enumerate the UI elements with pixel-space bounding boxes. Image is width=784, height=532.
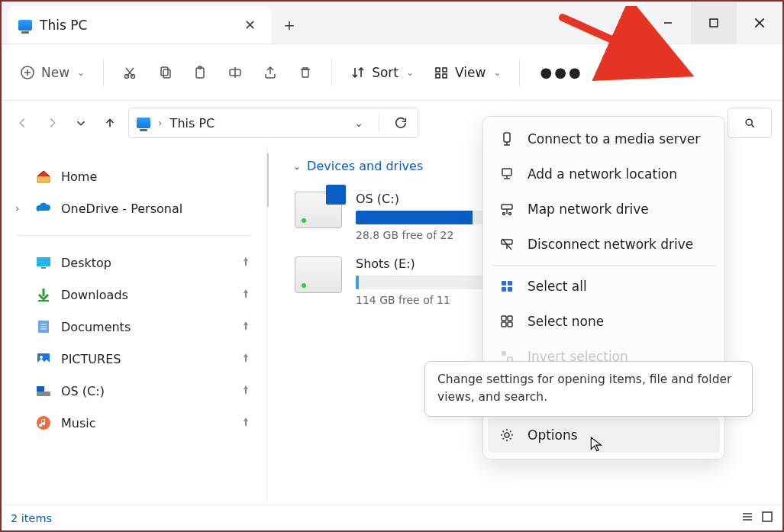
icons-view-button[interactable] (761, 511, 773, 525)
menu-label: Connect to a media server (528, 131, 700, 147)
svg-rect-17 (302, 69, 308, 77)
sort-button[interactable]: Sort ⌄ (343, 59, 421, 86)
desktop-icon (35, 254, 52, 271)
svg-rect-53 (508, 287, 512, 292)
menu-item-add-network-location[interactable]: Add a network location (483, 156, 724, 192)
svg-rect-34 (37, 386, 44, 392)
svg-rect-43 (502, 205, 512, 209)
svg-point-22 (746, 119, 752, 125)
capacity-bar (356, 276, 493, 289)
minimize-button[interactable] (645, 2, 691, 44)
rename-button[interactable] (220, 59, 250, 86)
menu-item-select-all[interactable]: Select all (483, 269, 724, 304)
svg-rect-56 (502, 322, 506, 327)
search-box[interactable] (728, 108, 772, 138)
recent-dropdown[interactable] (70, 112, 92, 134)
disconnect-drive-icon (498, 236, 515, 253)
separator (379, 114, 379, 132)
drive-info: Shots (E:) 114 GB free of 11 (356, 256, 493, 306)
menu-item-select-none[interactable]: Select none (483, 304, 724, 339)
select-all-icon (498, 278, 515, 295)
share-button[interactable] (255, 59, 286, 86)
this-pc-icon (18, 20, 32, 31)
new-tab-button[interactable]: ＋ (271, 6, 308, 44)
address-text: This PC (170, 116, 344, 131)
documents-icon (35, 318, 52, 335)
pin-icon (240, 352, 251, 366)
capacity-fill (356, 276, 359, 289)
svg-rect-1 (710, 19, 718, 27)
svg-line-9 (127, 68, 134, 76)
details-view-button[interactable] (741, 511, 753, 525)
pin-icon (240, 288, 251, 302)
svg-line-23 (751, 124, 753, 127)
sidebar-item-os-c[interactable]: OS (C:) (2, 375, 266, 407)
chevron-right-icon: › (158, 117, 163, 129)
menu-item-map-network-drive[interactable]: Map network drive (483, 192, 724, 227)
close-button[interactable] (737, 2, 782, 44)
copy-button[interactable] (150, 59, 180, 86)
back-button[interactable] (12, 112, 34, 134)
sidebar-item-pictures[interactable]: PICTURES (2, 343, 266, 375)
menu-label: Select none (528, 314, 604, 329)
tab-title: This PC (40, 18, 232, 33)
cursor-icon (589, 436, 605, 456)
svg-rect-13 (196, 68, 204, 78)
sidebar-item-onedrive[interactable]: › OneDrive - Personal (2, 192, 266, 224)
view-button[interactable]: View ⌄ (426, 59, 508, 86)
new-button[interactable]: New ⌄ (12, 59, 92, 86)
sidebar-item-desktop[interactable]: Desktop (2, 247, 266, 279)
scrollbar-thumb[interactable] (267, 153, 269, 208)
chevron-down-icon: ⌄ (406, 67, 414, 78)
media-server-icon (498, 131, 515, 147)
pin-icon (240, 384, 251, 398)
address-dropdown[interactable]: ⌄ (351, 114, 366, 132)
paste-button[interactable] (185, 59, 215, 86)
svg-rect-51 (508, 281, 512, 285)
group-title: Devices and drives (307, 159, 423, 173)
sidebar: Home › OneDrive - Personal Desktop Downl… (2, 145, 267, 505)
svg-rect-50 (502, 281, 506, 285)
cut-button[interactable] (115, 59, 145, 86)
sidebar-item-home[interactable]: Home (2, 160, 266, 192)
svg-line-10 (126, 68, 133, 76)
address-bar[interactable]: › This PC ⌄ (128, 108, 418, 138)
sidebar-item-downloads[interactable]: Downloads (2, 279, 266, 311)
delete-button[interactable] (290, 59, 321, 86)
tab-close-icon[interactable]: ✕ (240, 14, 260, 36)
up-button[interactable] (99, 112, 121, 134)
view-label: View (455, 65, 486, 80)
gear-icon (498, 427, 515, 443)
this-pc-icon (137, 118, 150, 128)
pin-icon (240, 416, 251, 430)
svg-rect-18 (436, 68, 440, 72)
drive-free-text: 28.8 GB free of 22 (356, 229, 493, 241)
svg-rect-40 (502, 169, 511, 176)
pin-icon (240, 320, 251, 334)
network-location-icon (498, 166, 515, 182)
svg-rect-37 (504, 133, 510, 142)
sidebar-item-documents[interactable]: Documents (2, 311, 266, 343)
sidebar-label: Home (61, 169, 97, 184)
svg-rect-52 (502, 287, 506, 292)
svg-point-45 (503, 213, 505, 215)
sidebar-item-music[interactable]: Music (2, 407, 266, 439)
drive-icon (35, 382, 52, 399)
svg-rect-64 (763, 512, 772, 521)
sidebar-label: Music (61, 416, 96, 430)
home-icon (35, 168, 52, 185)
menu-item-connect-media-server[interactable]: Connect to a media server (483, 121, 724, 156)
tooltip: Change settings for opening items, file … (424, 361, 753, 417)
refresh-button[interactable] (392, 116, 410, 130)
restore-button[interactable] (691, 2, 737, 44)
drive-name: OS (C:) (356, 192, 493, 206)
drive-name: Shots (E:) (356, 256, 493, 271)
menu-item-disconnect-network-drive[interactable]: Disconnect network drive (483, 227, 724, 262)
expand-icon[interactable]: › (15, 202, 20, 214)
tab-this-pc[interactable]: This PC ✕ (8, 6, 271, 44)
more-button[interactable]: ●●● (531, 58, 592, 86)
sidebar-label: PICTURES (61, 352, 121, 366)
menu-label: Options (528, 427, 578, 443)
forward-button[interactable] (41, 112, 63, 134)
drive-info: OS (C:) 28.8 GB free of 22 (356, 192, 493, 241)
